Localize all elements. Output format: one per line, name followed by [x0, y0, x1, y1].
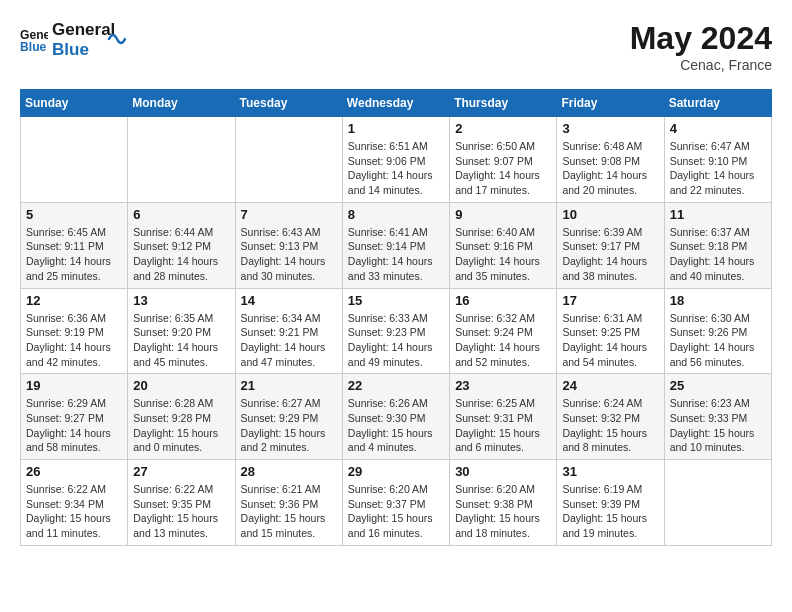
page-header: General Blue General Blue May 2024 Cenac… — [20, 20, 772, 73]
calendar-cell: 22Sunrise: 6:26 AM Sunset: 9:30 PM Dayli… — [342, 374, 449, 460]
calendar-table: SundayMondayTuesdayWednesdayThursdayFrid… — [20, 89, 772, 546]
logo-blue: Blue — [52, 40, 115, 60]
day-detail: Sunrise: 6:25 AM Sunset: 9:31 PM Dayligh… — [455, 396, 551, 455]
calendar-week-row: 5Sunrise: 6:45 AM Sunset: 9:11 PM Daylig… — [21, 202, 772, 288]
month-title: May 2024 — [630, 20, 772, 57]
day-detail: Sunrise: 6:35 AM Sunset: 9:20 PM Dayligh… — [133, 311, 229, 370]
weekday-header-thursday: Thursday — [450, 90, 557, 117]
day-number: 13 — [133, 293, 229, 308]
calendar-week-row: 19Sunrise: 6:29 AM Sunset: 9:27 PM Dayli… — [21, 374, 772, 460]
day-detail: Sunrise: 6:51 AM Sunset: 9:06 PM Dayligh… — [348, 139, 444, 198]
location-text: Cenac, France — [630, 57, 772, 73]
day-detail: Sunrise: 6:21 AM Sunset: 9:36 PM Dayligh… — [241, 482, 337, 541]
day-number: 2 — [455, 121, 551, 136]
calendar-cell: 29Sunrise: 6:20 AM Sunset: 9:37 PM Dayli… — [342, 460, 449, 546]
calendar-week-row: 12Sunrise: 6:36 AM Sunset: 9:19 PM Dayli… — [21, 288, 772, 374]
calendar-cell: 5Sunrise: 6:45 AM Sunset: 9:11 PM Daylig… — [21, 202, 128, 288]
day-detail: Sunrise: 6:22 AM Sunset: 9:34 PM Dayligh… — [26, 482, 122, 541]
day-number: 12 — [26, 293, 122, 308]
day-detail: Sunrise: 6:32 AM Sunset: 9:24 PM Dayligh… — [455, 311, 551, 370]
calendar-cell: 15Sunrise: 6:33 AM Sunset: 9:23 PM Dayli… — [342, 288, 449, 374]
day-detail: Sunrise: 6:33 AM Sunset: 9:23 PM Dayligh… — [348, 311, 444, 370]
calendar-cell: 11Sunrise: 6:37 AM Sunset: 9:18 PM Dayli… — [664, 202, 771, 288]
calendar-cell: 3Sunrise: 6:48 AM Sunset: 9:08 PM Daylig… — [557, 117, 664, 203]
calendar-cell: 16Sunrise: 6:32 AM Sunset: 9:24 PM Dayli… — [450, 288, 557, 374]
day-number: 20 — [133, 378, 229, 393]
day-detail: Sunrise: 6:34 AM Sunset: 9:21 PM Dayligh… — [241, 311, 337, 370]
calendar-cell: 31Sunrise: 6:19 AM Sunset: 9:39 PM Dayli… — [557, 460, 664, 546]
day-number: 25 — [670, 378, 766, 393]
calendar-cell: 1Sunrise: 6:51 AM Sunset: 9:06 PM Daylig… — [342, 117, 449, 203]
day-detail: Sunrise: 6:24 AM Sunset: 9:32 PM Dayligh… — [562, 396, 658, 455]
day-detail: Sunrise: 6:30 AM Sunset: 9:26 PM Dayligh… — [670, 311, 766, 370]
svg-text:Blue: Blue — [20, 40, 47, 54]
calendar-cell: 10Sunrise: 6:39 AM Sunset: 9:17 PM Dayli… — [557, 202, 664, 288]
day-number: 7 — [241, 207, 337, 222]
day-detail: Sunrise: 6:20 AM Sunset: 9:38 PM Dayligh… — [455, 482, 551, 541]
day-number: 3 — [562, 121, 658, 136]
calendar-cell — [235, 117, 342, 203]
day-detail: Sunrise: 6:44 AM Sunset: 9:12 PM Dayligh… — [133, 225, 229, 284]
calendar-cell: 12Sunrise: 6:36 AM Sunset: 9:19 PM Dayli… — [21, 288, 128, 374]
day-number: 11 — [670, 207, 766, 222]
day-number: 19 — [26, 378, 122, 393]
day-number: 10 — [562, 207, 658, 222]
calendar-cell: 23Sunrise: 6:25 AM Sunset: 9:31 PM Dayli… — [450, 374, 557, 460]
day-detail: Sunrise: 6:28 AM Sunset: 9:28 PM Dayligh… — [133, 396, 229, 455]
weekday-header-friday: Friday — [557, 90, 664, 117]
day-number: 5 — [26, 207, 122, 222]
day-detail: Sunrise: 6:31 AM Sunset: 9:25 PM Dayligh… — [562, 311, 658, 370]
day-number: 23 — [455, 378, 551, 393]
calendar-cell: 4Sunrise: 6:47 AM Sunset: 9:10 PM Daylig… — [664, 117, 771, 203]
day-detail: Sunrise: 6:27 AM Sunset: 9:29 PM Dayligh… — [241, 396, 337, 455]
calendar-cell: 6Sunrise: 6:44 AM Sunset: 9:12 PM Daylig… — [128, 202, 235, 288]
calendar-cell: 19Sunrise: 6:29 AM Sunset: 9:27 PM Dayli… — [21, 374, 128, 460]
weekday-header-sunday: Sunday — [21, 90, 128, 117]
day-detail: Sunrise: 6:47 AM Sunset: 9:10 PM Dayligh… — [670, 139, 766, 198]
day-detail: Sunrise: 6:37 AM Sunset: 9:18 PM Dayligh… — [670, 225, 766, 284]
logo-general: General — [52, 20, 115, 40]
day-detail: Sunrise: 6:50 AM Sunset: 9:07 PM Dayligh… — [455, 139, 551, 198]
calendar-cell: 30Sunrise: 6:20 AM Sunset: 9:38 PM Dayli… — [450, 460, 557, 546]
day-number: 18 — [670, 293, 766, 308]
day-detail: Sunrise: 6:22 AM Sunset: 9:35 PM Dayligh… — [133, 482, 229, 541]
calendar-cell: 25Sunrise: 6:23 AM Sunset: 9:33 PM Dayli… — [664, 374, 771, 460]
day-detail: Sunrise: 6:41 AM Sunset: 9:14 PM Dayligh… — [348, 225, 444, 284]
day-detail: Sunrise: 6:26 AM Sunset: 9:30 PM Dayligh… — [348, 396, 444, 455]
day-number: 6 — [133, 207, 229, 222]
day-detail: Sunrise: 6:40 AM Sunset: 9:16 PM Dayligh… — [455, 225, 551, 284]
day-number: 24 — [562, 378, 658, 393]
calendar-cell — [664, 460, 771, 546]
day-number: 14 — [241, 293, 337, 308]
calendar-week-row: 1Sunrise: 6:51 AM Sunset: 9:06 PM Daylig… — [21, 117, 772, 203]
day-number: 21 — [241, 378, 337, 393]
day-detail: Sunrise: 6:20 AM Sunset: 9:37 PM Dayligh… — [348, 482, 444, 541]
day-detail: Sunrise: 6:29 AM Sunset: 9:27 PM Dayligh… — [26, 396, 122, 455]
calendar-week-row: 26Sunrise: 6:22 AM Sunset: 9:34 PM Dayli… — [21, 460, 772, 546]
calendar-cell: 24Sunrise: 6:24 AM Sunset: 9:32 PM Dayli… — [557, 374, 664, 460]
day-detail: Sunrise: 6:39 AM Sunset: 9:17 PM Dayligh… — [562, 225, 658, 284]
day-number: 28 — [241, 464, 337, 479]
calendar-cell: 21Sunrise: 6:27 AM Sunset: 9:29 PM Dayli… — [235, 374, 342, 460]
day-number: 29 — [348, 464, 444, 479]
weekday-header-tuesday: Tuesday — [235, 90, 342, 117]
day-number: 17 — [562, 293, 658, 308]
calendar-cell — [21, 117, 128, 203]
calendar-cell: 7Sunrise: 6:43 AM Sunset: 9:13 PM Daylig… — [235, 202, 342, 288]
day-number: 26 — [26, 464, 122, 479]
day-number: 15 — [348, 293, 444, 308]
day-number: 8 — [348, 207, 444, 222]
weekday-header-wednesday: Wednesday — [342, 90, 449, 117]
day-number: 22 — [348, 378, 444, 393]
weekday-header-row: SundayMondayTuesdayWednesdayThursdayFrid… — [21, 90, 772, 117]
calendar-cell: 13Sunrise: 6:35 AM Sunset: 9:20 PM Dayli… — [128, 288, 235, 374]
calendar-cell: 26Sunrise: 6:22 AM Sunset: 9:34 PM Dayli… — [21, 460, 128, 546]
logo: General Blue General Blue — [20, 20, 127, 59]
day-number: 27 — [133, 464, 229, 479]
calendar-cell: 28Sunrise: 6:21 AM Sunset: 9:36 PM Dayli… — [235, 460, 342, 546]
day-detail: Sunrise: 6:36 AM Sunset: 9:19 PM Dayligh… — [26, 311, 122, 370]
calendar-cell: 9Sunrise: 6:40 AM Sunset: 9:16 PM Daylig… — [450, 202, 557, 288]
calendar-cell: 17Sunrise: 6:31 AM Sunset: 9:25 PM Dayli… — [557, 288, 664, 374]
calendar-cell: 2Sunrise: 6:50 AM Sunset: 9:07 PM Daylig… — [450, 117, 557, 203]
calendar-cell: 20Sunrise: 6:28 AM Sunset: 9:28 PM Dayli… — [128, 374, 235, 460]
